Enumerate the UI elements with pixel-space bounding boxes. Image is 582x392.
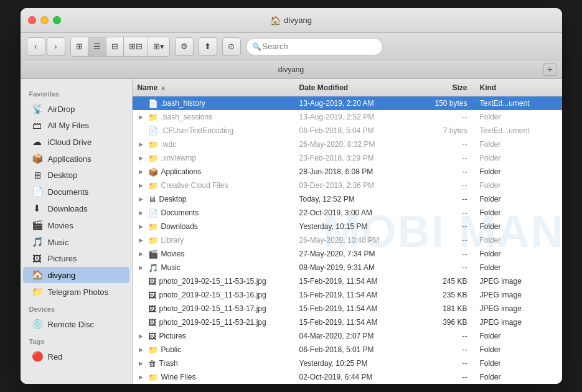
view-list-button[interactable]: ☰ [88, 37, 106, 56]
disclosure-triangle[interactable]: ▶ [138, 195, 145, 203]
table-row[interactable]: ▶🗑TrashYesterday, 10:25 PM--Folder [133, 357, 562, 370]
file-size: -- [411, 263, 467, 272]
file-modified: 27-May-2020, 7:34 PM [299, 250, 411, 258]
disclosure-triangle[interactable]: ▶ [138, 182, 145, 189]
table-row[interactable]: ▶📁Public06-Feb-2018, 5:01 PM--Folder [133, 343, 562, 357]
documents-label: Documents [48, 187, 89, 197]
file-name-cell: ▶🖼Pictures [138, 332, 299, 341]
table-row[interactable]: 📄.CFUserTextEncoding06-Feb-2018, 5:04 PM… [133, 124, 562, 138]
file-icon: 🖼 [148, 318, 156, 327]
sidebar-item-all-my-files[interactable]: 🗃All My Files [23, 118, 129, 133]
action-button[interactable]: ⚙ [175, 37, 194, 56]
tag-button[interactable]: ⊙ [222, 37, 241, 56]
disclosure-triangle[interactable]: ▶ [138, 332, 145, 340]
table-row[interactable]: 🖼photo_2019-02-15_11-53-15.jpg15-Feb-201… [133, 274, 562, 288]
col-header-name[interactable]: Name ▲ [138, 83, 299, 92]
view-arrange-button[interactable]: ⊞▾ [148, 37, 169, 56]
disclosure-triangle[interactable]: ▶ [138, 141, 145, 148]
file-kind: Folder [467, 154, 557, 162]
disclosure-triangle [138, 291, 145, 299]
disclosure-triangle[interactable]: ▶ [138, 346, 145, 353]
table-row[interactable]: ▶📁DownloadsYesterday, 10:15 PM--Folder [133, 220, 562, 233]
sidebar-item-tag-red[interactable]: 🔴Red [23, 348, 129, 365]
file-kind: JPEG image [467, 304, 557, 313]
sidebar-section-tags: Tags [21, 333, 132, 348]
sidebar-item-downloads[interactable]: ⬇Downloads [23, 200, 129, 217]
disclosure-triangle[interactable]: ▶ [138, 236, 145, 244]
table-row[interactable]: 🖼photo_2019-02-15_11-53-16.jpg15-Feb-201… [133, 288, 562, 302]
table-row[interactable]: ▶📁.bash_sessions13-Aug-2019, 2:52 PM--Fo… [133, 110, 562, 124]
table-row[interactable]: ▶📁Wine Files02-Oct-2019, 6:44 PM--Folder [133, 370, 562, 384]
view-icon-button[interactable]: ⊞ [71, 37, 88, 56]
table-row[interactable]: ▶📁Creative Cloud Files09-Dec-2019, 2:36 … [133, 179, 562, 192]
share-button[interactable]: ⬆ [199, 37, 217, 56]
file-name-text: Applications [161, 167, 202, 176]
sidebar: Favorites📡AirDrop🗃All My Files☁iCloud Dr… [21, 79, 133, 384]
sidebar-item-remote-disc[interactable]: 💿Remote Disc [23, 316, 129, 332]
sidebar-item-movies[interactable]: 🎬Movies [23, 217, 129, 233]
table-row[interactable]: ▶📄Documents22-Oct-2019, 3:00 AM--Folder [133, 206, 562, 220]
table-row[interactable]: ▶🖥DesktopToday, 12:52 PM--Folder [133, 192, 562, 206]
music-icon: 🎵 [32, 236, 43, 248]
remote-disc-label: Remote Disc [48, 320, 94, 329]
col-header-size[interactable]: Size [411, 83, 467, 92]
sidebar-item-telegram-photos[interactable]: 📁Telegram Photos [23, 284, 129, 300]
add-tab-button[interactable]: + [543, 63, 557, 76]
back-button[interactable]: ‹ [27, 37, 45, 56]
sidebar-item-desktop[interactable]: 🖥Desktop [23, 167, 129, 183]
sidebar-item-documents[interactable]: 📄Documents [23, 184, 129, 200]
forward-button[interactable]: › [47, 37, 65, 56]
file-icon: 📁 [148, 236, 158, 245]
disclosure-triangle[interactable]: ▶ [138, 373, 145, 381]
col-header-modified[interactable]: Date Modified [299, 83, 411, 92]
maximize-button[interactable] [53, 16, 61, 24]
sidebar-item-pictures[interactable]: 🖼Pictures [23, 251, 129, 266]
file-size: 150 bytes [411, 99, 467, 108]
table-row[interactable]: ▶🖼Pictures04-Mar-2020, 2:07 PM--Folder [133, 329, 562, 343]
tag-red-icon: 🔴 [32, 351, 43, 362]
disclosure-triangle[interactable]: ▶ [138, 113, 145, 121]
table-row[interactable]: 🖼photo_2019-02-15_11-53-17.jpg15-Feb-201… [133, 302, 562, 315]
minimize-button[interactable] [40, 16, 49, 24]
disclosure-triangle [138, 305, 145, 312]
table-row[interactable]: ▶🎵Music08-May-2019, 9:31 AM--Folder [133, 261, 562, 274]
file-icon: 🖼 [148, 304, 156, 314]
table-row[interactable]: 📄.bash_history13-Aug-2019, 2:20 AM150 by… [133, 96, 562, 110]
file-modified: 23-Feb-2018, 3:29 PM [299, 154, 411, 162]
table-row[interactable]: ▶🎬Movies27-May-2020, 7:34 PM--Folder [133, 247, 562, 261]
disclosure-triangle[interactable]: ▶ [138, 209, 145, 217]
table-row[interactable]: ▶📁Library26-May-2020, 10:48 PM--Folder [133, 233, 562, 247]
sidebar-item-divyang[interactable]: 🏠divyang [23, 267, 129, 283]
disclosure-triangle[interactable]: ▶ [138, 223, 145, 230]
col-header-kind[interactable]: Kind [467, 83, 557, 92]
file-size: -- [411, 195, 467, 203]
disclosure-triangle[interactable]: ▶ [138, 264, 145, 271]
disclosure-triangle[interactable]: ▶ [138, 168, 145, 175]
file-name-text: .bash_sessions [161, 113, 213, 121]
sidebar-item-icloud-drive[interactable]: ☁iCloud Drive [23, 134, 129, 150]
disclosure-triangle [138, 319, 145, 326]
file-kind: Folder [467, 332, 557, 340]
sidebar-item-applications[interactable]: 📦Applications [23, 151, 129, 167]
table-row[interactable]: ▶📁.xnviewmp23-Feb-2018, 3:29 PM--Folder [133, 151, 562, 165]
disclosure-triangle[interactable]: ▶ [138, 154, 145, 162]
file-name-cell: ▶🎬Movies [138, 250, 299, 259]
file-kind: Folder [467, 359, 557, 368]
file-kind: Folder [467, 373, 557, 381]
table-row[interactable]: ▶📁.wdc26-May-2020, 8:32 PM--Folder [133, 138, 562, 151]
table-row[interactable]: ▶📦Applications28-Jun-2018, 6:08 PM--Fold… [133, 165, 562, 179]
sidebar-item-music[interactable]: 🎵Music [23, 234, 129, 250]
table-row[interactable]: 🖼photo_2019-02-15_11-53-21.jpg15-Feb-201… [133, 315, 562, 329]
view-coverflow-button[interactable]: ⊞⊟ [124, 37, 148, 56]
disclosure-triangle[interactable]: ▶ [138, 360, 145, 367]
view-column-button[interactable]: ⊟ [106, 37, 124, 56]
close-button[interactable] [28, 16, 36, 24]
file-kind: TextEd...ument [467, 126, 557, 135]
search-input[interactable] [246, 38, 383, 55]
disclosure-triangle[interactable]: ▶ [138, 250, 145, 258]
file-icon: 🖥 [148, 195, 156, 204]
file-modified: 13-Aug-2019, 2:20 AM [299, 99, 411, 108]
sidebar-item-airdrop[interactable]: 📡AirDrop [23, 101, 129, 117]
file-size: -- [411, 208, 467, 217]
file-modified: 08-May-2019, 9:31 AM [299, 263, 411, 272]
